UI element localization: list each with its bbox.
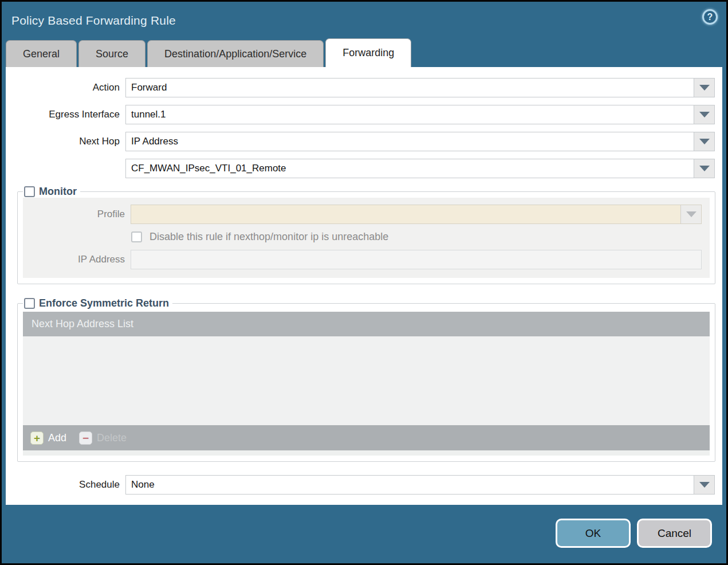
next-hop-label: Next Hop (6, 136, 125, 147)
tab-general[interactable]: General (6, 40, 77, 67)
help-icon[interactable]: ? (702, 9, 718, 25)
dialog-title: Policy Based Forwarding Rule (2, 2, 726, 28)
egress-interface-row: Egress Interface tunnel.1 (6, 105, 715, 124)
monitor-profile-value (131, 205, 680, 223)
monitor-checkbox[interactable] (24, 186, 35, 197)
enforce-symmetric-return-label: Enforce Symmetric Return (39, 297, 169, 309)
egress-interface-value[interactable]: tunnel.1 (126, 105, 694, 124)
add-button[interactable]: + Add (30, 431, 66, 445)
monitor-profile-label: Profile (23, 209, 131, 220)
chevron-down-icon (699, 85, 710, 91)
tab-destination-application-service[interactable]: Destination/Application/Service (147, 40, 324, 67)
monitor-section-label: Monitor (39, 186, 77, 198)
chevron-down-icon (686, 211, 696, 217)
monitor-ip-address-input (131, 250, 702, 269)
title-bar: Policy Based Forwarding Rule ? (2, 2, 726, 38)
next-hop-address-row: CF_MWAN_IPsec_VTI_01_Remote (6, 159, 715, 178)
action-dropdown[interactable]: Forward (125, 78, 715, 97)
tab-bar: General Source Destination/Application/S… (2, 38, 726, 67)
tab-content-forwarding: Action Forward Egress Interface tunnel.1… (6, 67, 722, 506)
monitor-panel: Profile Disable this rule if nexthop/mon… (23, 198, 710, 278)
monitor-profile-row: Profile (23, 205, 702, 224)
schedule-row: Schedule None (6, 475, 715, 495)
action-label: Action (6, 82, 125, 93)
chevron-down-icon (699, 139, 710, 144)
schedule-dropdown-button[interactable] (694, 476, 714, 494)
schedule-label: Schedule (6, 479, 125, 491)
monitor-ip-address-value (131, 250, 701, 269)
tab-forwarding[interactable]: Forwarding (325, 38, 411, 67)
disable-rule-checkbox (131, 232, 142, 242)
next-hop-row: Next Hop IP Address (6, 132, 715, 151)
add-button-label: Add (48, 432, 66, 444)
minus-icon: − (79, 431, 92, 445)
enforce-symmetric-return-checkbox[interactable] (24, 298, 35, 309)
egress-interface-dropdown[interactable]: tunnel.1 (125, 105, 715, 124)
action-value[interactable]: Forward (126, 79, 694, 97)
monitor-disable-rule-row: Disable this rule if nexthop/monitor ip … (131, 231, 710, 243)
chevron-down-icon (699, 112, 710, 117)
monitor-ip-address-label: IP Address (23, 254, 131, 265)
tab-source[interactable]: Source (78, 40, 145, 67)
chevron-down-icon (699, 166, 710, 171)
monitor-ip-address-row: IP Address (23, 250, 702, 269)
disable-rule-label: Disable this rule if nexthop/monitor ip … (149, 231, 388, 243)
enforce-symmetric-return-legend: Enforce Symmetric Return (23, 297, 172, 309)
cancel-button[interactable]: Cancel (637, 519, 712, 548)
table-column-header: Next Hop Address List (23, 312, 710, 336)
chevron-down-icon (699, 482, 710, 488)
monitor-profile-dropdown (131, 205, 702, 224)
next-hop-address-value[interactable]: CF_MWAN_IPsec_VTI_01_Remote (126, 159, 694, 178)
monitor-section: Monitor Profile Disable this rule if nex… (17, 186, 715, 284)
schedule-dropdown[interactable]: None (125, 475, 715, 495)
table-footer: + Add − Delete (23, 425, 710, 450)
monitor-profile-dropdown-button (680, 205, 701, 223)
action-row: Action Forward (6, 78, 715, 97)
plus-icon: + (30, 431, 44, 445)
next-hop-address-dropdown[interactable]: CF_MWAN_IPsec_VTI_01_Remote (125, 159, 715, 178)
next-hop-type-dropdown[interactable]: IP Address (125, 132, 715, 151)
next-hop-type-value[interactable]: IP Address (126, 132, 694, 151)
next-hop-type-dropdown-button[interactable] (694, 132, 714, 151)
delete-button: − Delete (79, 431, 127, 445)
action-dropdown-button[interactable] (694, 79, 714, 97)
ok-button[interactable]: OK (556, 519, 631, 548)
schedule-value[interactable]: None (126, 476, 694, 494)
monitor-legend: Monitor (23, 186, 80, 198)
next-hop-address-list-table: Next Hop Address List + Add − Delete (23, 312, 710, 456)
egress-interface-label: Egress Interface (6, 109, 125, 120)
delete-button-label: Delete (97, 432, 127, 444)
dialog-footer: OK Cancel (3, 505, 725, 562)
enforce-symmetric-return-section: Enforce Symmetric Return Next Hop Addres… (17, 297, 715, 462)
next-hop-address-dropdown-button[interactable] (694, 159, 714, 178)
pbf-rule-dialog: Policy Based Forwarding Rule ? General S… (0, 0, 728, 565)
table-bottom-strip (23, 450, 710, 456)
table-body-empty[interactable] (23, 336, 710, 425)
egress-interface-dropdown-button[interactable] (694, 105, 714, 124)
